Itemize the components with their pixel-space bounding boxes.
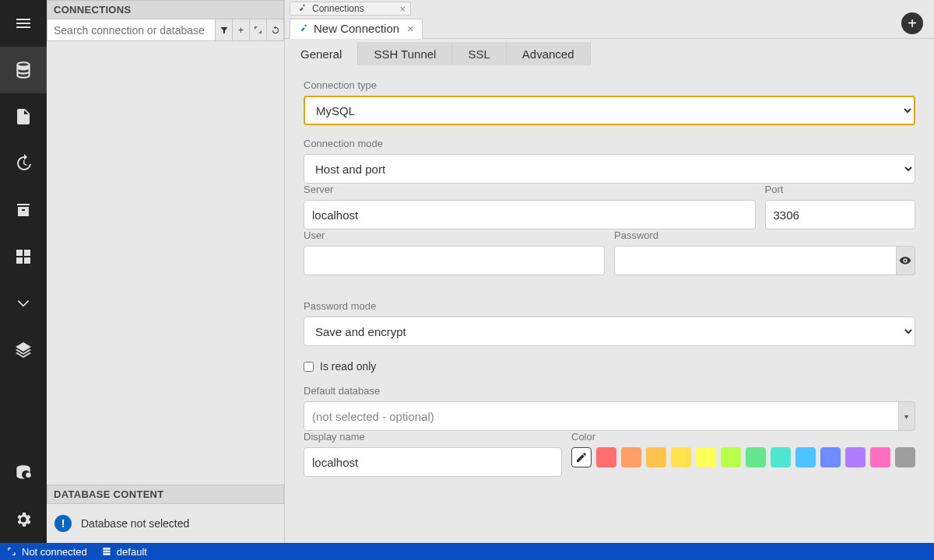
password-mode-label: Password mode [304,300,915,312]
color-swatch[interactable] [795,447,816,467]
connections-search-row: + [47,19,284,41]
color-swatch[interactable] [820,447,841,467]
refresh-icon[interactable] [266,19,283,40]
rail-settings-icon[interactable] [0,496,47,543]
color-swatch[interactable] [596,447,616,467]
toggle-password-icon[interactable] [897,246,915,275]
password-label: Password [614,229,915,241]
color-swatches [571,447,915,467]
readonly-checkbox[interactable] [304,362,314,372]
default-db-label: Default database [304,385,915,397]
connections-header: CONNECTIONS [47,0,284,19]
port-label: Port [765,184,916,195]
color-swatch[interactable] [696,447,716,467]
port-input[interactable] [765,200,916,229]
status-bar: Not connected default [0,543,934,560]
color-clear[interactable] [571,447,592,467]
filter-icon[interactable] [215,19,232,40]
display-name-input[interactable] [304,447,562,477]
color-swatch[interactable] [671,447,691,467]
sync-icon[interactable] [249,19,266,40]
rail-observe-icon[interactable] [0,450,47,496]
color-swatch[interactable] [870,447,890,467]
connection-mode-label: Connection mode [304,138,915,149]
server-label: Server [304,184,756,195]
color-label: Color [571,431,915,443]
main-area: Connections × New Connection × General S… [285,0,934,543]
db-content-header: DATABASE CONTENT [47,485,284,504]
color-swatch[interactable] [771,447,791,467]
form-tab-ssl[interactable]: SSL [452,42,506,65]
rail-history-icon[interactable] [0,140,47,187]
sub-tabstrip: New Connection × [285,17,934,39]
user-input[interactable] [304,246,605,275]
search-input[interactable] [47,19,215,40]
password-mode-select[interactable]: Save and encrypt [304,317,915,346]
status-connection-text: Not connected [22,546,87,558]
color-swatch[interactable] [721,447,741,467]
connection-mode-select[interactable]: Host and port [304,154,915,184]
rail-archive-icon[interactable] [0,187,47,233]
db-not-selected-text: Database not selected [81,517,189,530]
connection-type-select[interactable]: MySQL [304,96,915,125]
default-db-input[interactable] [304,401,899,431]
form-tab-ssh[interactable]: SSH Tunnel [358,42,452,65]
form-tab-general[interactable]: General [285,42,358,65]
tab-new-connection[interactable]: New Connection × [290,19,423,39]
connection-type-label: Connection type [304,79,915,91]
form-tabs: General SSH Tunnel SSL Advanced [285,42,934,65]
password-input[interactable] [614,246,897,275]
readonly-label: Is read only [320,360,376,373]
form-body: Connection type MySQL Connection mode Ho… [285,65,934,543]
tab-new-connection-label: New Connection [314,22,399,35]
default-db-dropdown-icon[interactable]: ▾ [899,401,915,431]
form-tab-advanced[interactable]: Advanced [507,42,591,65]
rail-arrow-icon[interactable] [0,280,47,327]
add-fab[interactable]: + [901,12,923,34]
status-connection[interactable]: Not connected [6,546,87,558]
color-swatch[interactable] [646,447,666,467]
close-icon[interactable]: × [407,22,414,35]
tab-connections-label: Connections [312,3,364,14]
left-pane: CONNECTIONS + DATABASE CONTENT ! Databas… [47,0,285,543]
color-swatch[interactable] [845,447,866,467]
hamburger-icon[interactable] [0,0,47,47]
tab-connections[interactable]: Connections × [290,2,411,16]
close-icon[interactable]: × [399,3,406,15]
status-profile[interactable]: default [101,546,147,558]
connections-tree [47,41,284,483]
top-tabstrip: Connections × [285,0,934,17]
status-profile-text: default [117,546,147,558]
rail-plugin-icon[interactable] [0,233,47,280]
server-input[interactable] [304,200,756,229]
display-name-label: Display name [304,431,562,443]
icon-rail [0,0,47,543]
info-icon: ! [54,515,72,532]
rail-database-icon[interactable] [0,47,47,93]
color-swatch[interactable] [621,447,641,467]
user-label: User [304,229,605,241]
color-swatch[interactable] [895,447,915,467]
add-connection-icon[interactable]: + [232,19,249,40]
rail-layers-icon[interactable] [0,327,47,373]
rail-file-icon[interactable] [0,93,47,140]
db-content-body: ! Database not selected [47,504,284,543]
color-swatch[interactable] [746,447,766,467]
